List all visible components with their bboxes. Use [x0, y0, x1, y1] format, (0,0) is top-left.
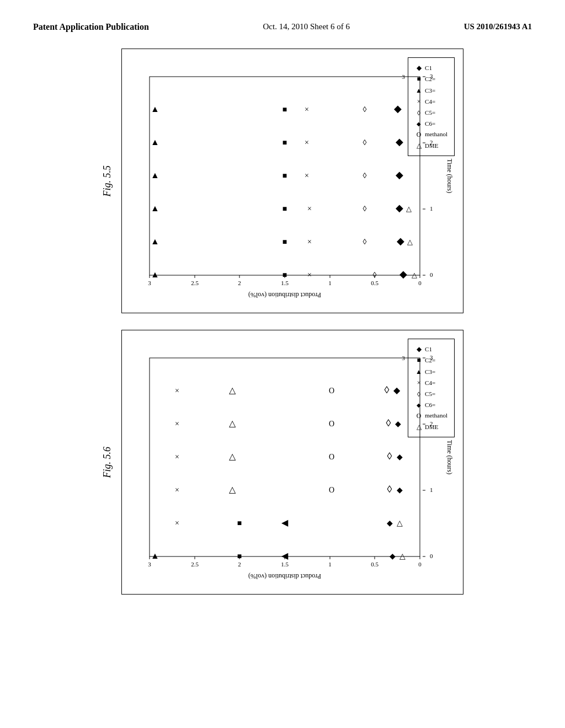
svg-text:O: O: [329, 420, 334, 428]
svg-text:×: ×: [307, 271, 312, 279]
svg-text:■: ■: [282, 238, 287, 246]
svg-text:2.5: 2.5: [191, 280, 199, 286]
svg-text:◊: ◊: [363, 172, 367, 180]
svg-text:△: △: [229, 452, 236, 461]
svg-text:◊: ◊: [387, 484, 392, 495]
svg-text:×: ×: [305, 138, 309, 147]
svg-text:■: ■: [282, 138, 287, 147]
figure-5-5-container: Fig. 5.5 ◆ C1 ■ C2= ▲ C3=: [102, 49, 463, 313]
header-patent-number: US 2010/261943 A1: [464, 22, 532, 31]
svg-text:Time (hours): Time (hours): [446, 159, 454, 194]
svg-text:◆: ◆: [394, 103, 402, 114]
svg-text:◊: ◊: [363, 238, 367, 246]
svg-text:1.5: 1.5: [281, 280, 289, 286]
svg-text:3: 3: [430, 354, 433, 361]
svg-text:1: 1: [328, 561, 332, 568]
svg-text:3: 3: [402, 355, 405, 361]
figure-5-6-container: Fig. 5.6 ◆ C1 ■ C2= ▲ C3=: [102, 330, 463, 595]
fig-5-6-label: Fig. 5.6: [102, 447, 113, 478]
svg-text:2: 2: [430, 420, 433, 427]
svg-text:△: △: [406, 205, 412, 213]
svg-text:3: 3: [430, 73, 433, 79]
svg-text:0: 0: [418, 561, 422, 568]
svg-text:1: 1: [328, 280, 332, 286]
svg-text:△: △: [229, 386, 236, 395]
svg-text:△: △: [407, 238, 413, 246]
chart-5-6: ◆ C1 ■ C2= ▲ C3= × C4=: [121, 330, 463, 595]
svg-text:◆: ◆: [397, 453, 403, 461]
svg-text:3: 3: [148, 280, 151, 286]
svg-text:◆: ◆: [387, 519, 393, 527]
svg-text:◆: ◆: [396, 169, 403, 180]
svg-text:▲: ▲: [151, 170, 159, 180]
svg-text:◊: ◊: [363, 138, 367, 147]
svg-text:×: ×: [175, 453, 179, 461]
svg-text:0.5: 0.5: [371, 561, 379, 568]
svg-text:◀: ◀: [281, 518, 289, 527]
svg-text:◆: ◆: [393, 386, 401, 395]
header-publication-type: Patent Application Publication: [33, 22, 149, 32]
svg-text:2.5: 2.5: [191, 561, 199, 568]
svg-text:×: ×: [305, 172, 309, 180]
svg-text:0: 0: [430, 553, 433, 559]
chart-5-5-inner: ◆ C1 ■ C2= ▲ C3= × C4=: [122, 49, 463, 313]
svg-text:◆: ◆: [396, 202, 403, 213]
svg-text:2: 2: [430, 139, 433, 146]
svg-text:2: 2: [238, 280, 241, 286]
svg-text:3: 3: [402, 73, 405, 80]
page-header: Patent Application Publication Oct. 14, …: [0, 0, 565, 43]
svg-text:◊: ◊: [363, 205, 367, 213]
svg-text:△: △: [229, 419, 236, 428]
chart-5-5-svg: 3 2.5 2 1.5 1 0.5: [122, 49, 463, 313]
svg-text:×: ×: [307, 205, 312, 213]
svg-text:0.5: 0.5: [371, 280, 379, 286]
svg-text:×: ×: [307, 238, 312, 246]
header-date-sheet: Oct. 14, 2010 Sheet 6 of 6: [263, 22, 349, 31]
svg-text:O: O: [329, 387, 334, 395]
chart-5-6-svg: 3 2.5 2 1.5 1 0.5 0 Product distribution…: [122, 330, 463, 594]
svg-text:■: ■: [282, 105, 287, 114]
svg-text:◆: ◆: [395, 420, 401, 428]
svg-text:■: ■: [282, 271, 287, 279]
svg-text:1: 1: [430, 205, 433, 212]
chart-5-5: ◆ C1 ■ C2= ▲ C3= × C4=: [121, 49, 463, 313]
svg-text:◆: ◆: [397, 486, 403, 494]
svg-text:Product distribution (vol%): Product distribution (vol%): [248, 291, 321, 299]
svg-text:1.5: 1.5: [281, 561, 289, 568]
svg-text:2: 2: [238, 561, 241, 568]
svg-text:1: 1: [430, 486, 433, 493]
svg-text:▲: ▲: [151, 551, 159, 560]
svg-text:◊: ◊: [385, 384, 390, 395]
svg-text:◆: ◆: [397, 235, 404, 247]
svg-text:×: ×: [305, 105, 309, 114]
svg-text:×: ×: [175, 486, 179, 494]
svg-text:▲: ▲: [151, 237, 159, 246]
svg-text:▲: ▲: [151, 104, 159, 114]
svg-text:◊: ◊: [386, 417, 391, 429]
svg-text:△: △: [397, 519, 403, 527]
svg-text:Product distribution (vol%): Product distribution (vol%): [248, 572, 321, 580]
svg-text:▲: ▲: [151, 270, 159, 279]
svg-text:3: 3: [148, 561, 151, 568]
svg-text:×: ×: [175, 387, 179, 395]
svg-text:■: ■: [237, 519, 242, 527]
svg-text:■: ■: [237, 552, 242, 560]
main-content: Fig. 5.5 ◆ C1 ■ C2= ▲ C3=: [0, 43, 565, 600]
svg-text:◊: ◊: [363, 105, 367, 114]
svg-text:×: ×: [175, 519, 179, 527]
svg-text:◆: ◆: [396, 136, 403, 147]
fig-5-5-label: Fig. 5.5: [102, 165, 113, 197]
svg-text:◊: ◊: [373, 271, 377, 279]
svg-text:Time (hours): Time (hours): [446, 440, 454, 475]
svg-text:▲: ▲: [151, 204, 159, 213]
svg-text:◊: ◊: [387, 451, 392, 462]
svg-text:△: △: [229, 485, 236, 494]
svg-text:▲: ▲: [151, 137, 159, 147]
svg-text:0: 0: [430, 271, 433, 278]
chart-5-6-inner: ◆ C1 ■ C2= ▲ C3= × C4=: [122, 330, 463, 594]
svg-text:■: ■: [282, 172, 287, 180]
svg-text:◆: ◆: [399, 269, 407, 280]
svg-text:△: △: [412, 271, 417, 279]
svg-text:O: O: [329, 453, 334, 461]
svg-text:◆: ◆: [390, 552, 396, 560]
